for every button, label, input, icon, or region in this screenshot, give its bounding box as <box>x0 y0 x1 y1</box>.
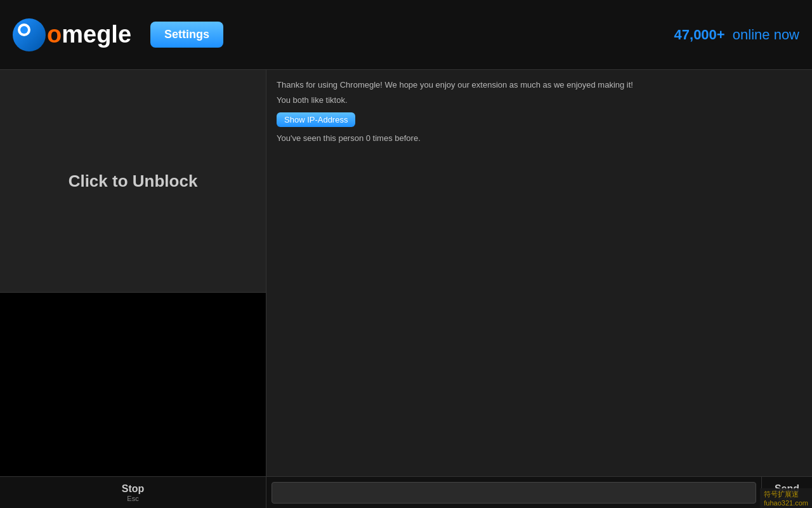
remote-video[interactable]: Click to Unblock <box>0 70 266 292</box>
chat-info: Thanks for using Chromegle! We hope you … <box>277 79 802 147</box>
show-ip-button[interactable]: Show IP-Address <box>277 112 355 127</box>
logo-rest: megle <box>62 21 131 48</box>
local-video <box>0 292 266 476</box>
bottom-bar: Stop Esc Send Enter <box>0 476 812 508</box>
watermark-url: fuhao321.com <box>764 499 808 507</box>
logo-o: o <box>47 21 62 48</box>
stop-button[interactable]: Stop Esc <box>0 477 266 508</box>
omegle-logo-icon <box>13 18 46 51</box>
chat-panel: Thanks for using Chromegle! We hope you … <box>266 70 812 476</box>
logo-text: omegle <box>47 21 131 48</box>
seen-count: You've seen this person 0 times before. <box>277 132 802 145</box>
online-count: 47,000+ online now <box>674 27 799 43</box>
settings-button[interactable]: Settings <box>150 22 223 48</box>
interests-message: You both like tiktok. <box>277 94 802 107</box>
unblock-label[interactable]: Click to Unblock <box>69 171 198 191</box>
chat-messages <box>277 152 802 471</box>
header: omegle Settings 47,000+ online now <box>0 0 812 70</box>
online-number: 47,000+ <box>674 27 725 43</box>
left-panel: Click to Unblock <box>0 70 266 476</box>
extension-message: Thanks for using Chromegle! We hope you … <box>277 79 802 91</box>
stop-shortcut: Esc <box>127 495 138 502</box>
online-label: online now <box>733 27 799 43</box>
logo-area: omegle <box>13 18 131 51</box>
main-content: Click to Unblock Thanks for using Chrome… <box>0 70 812 476</box>
watermark: 符号扩展迷 fuhao321.com <box>760 488 812 508</box>
watermark-site: 符号扩展迷 <box>764 490 799 498</box>
chat-input[interactable] <box>272 482 756 504</box>
chat-input-area <box>266 477 761 508</box>
stop-label: Stop <box>122 483 145 495</box>
